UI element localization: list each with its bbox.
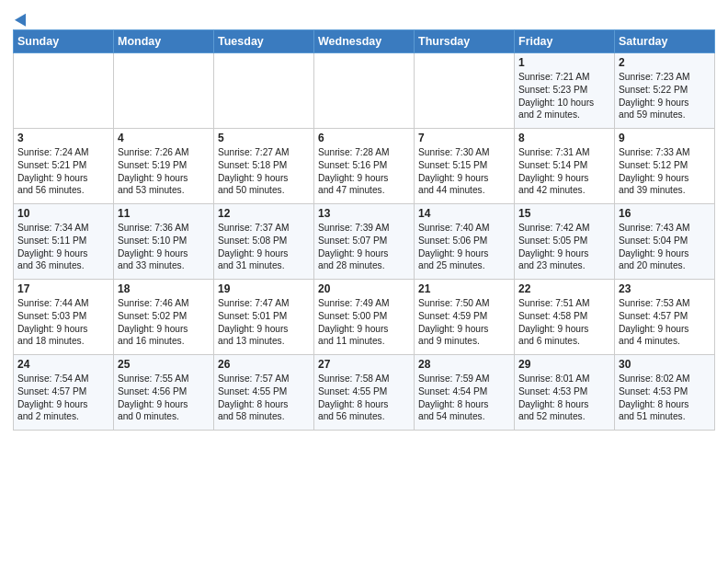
calendar-cell: 9Sunrise: 7:33 AM Sunset: 5:12 PM Daylig… [615,129,715,204]
calendar-cell: 7Sunrise: 7:30 AM Sunset: 5:15 PM Daylig… [415,129,515,204]
day-number: 4 [118,132,210,144]
day-info: Sunrise: 8:02 AM Sunset: 4:53 PM Dayligh… [619,373,711,423]
day-info: Sunrise: 7:30 AM Sunset: 5:15 PM Dayligh… [418,146,510,197]
day-number: 14 [418,207,510,220]
day-info: Sunrise: 7:47 AM Sunset: 5:01 PM Dayligh… [218,297,310,348]
calendar-cell: 2Sunrise: 7:23 AM Sunset: 5:22 PM Daylig… [615,53,715,129]
calendar-cell: 12Sunrise: 7:37 AM Sunset: 5:08 PM Dayli… [214,204,314,280]
day-number: 23 [619,282,711,295]
calendar-cell: 4Sunrise: 7:26 AM Sunset: 5:19 PM Daylig… [114,129,214,204]
day-info: Sunrise: 7:27 AM Sunset: 5:18 PM Dayligh… [218,146,310,197]
day-number: 29 [518,358,610,371]
day-number: 13 [318,207,410,220]
day-info: Sunrise: 7:46 AM Sunset: 5:02 PM Dayligh… [118,297,210,348]
calendar-cell: 22Sunrise: 7:51 AM Sunset: 4:58 PM Dayli… [515,280,615,355]
day-info: Sunrise: 7:28 AM Sunset: 5:16 PM Dayligh… [318,146,410,197]
day-number: 21 [418,282,510,295]
day-number: 2 [619,56,711,69]
day-number: 26 [218,358,310,371]
day-number: 27 [318,358,410,371]
day-number: 9 [619,132,711,144]
day-number: 12 [218,207,310,220]
calendar-cell: 29Sunrise: 8:01 AM Sunset: 4:53 PM Dayli… [515,355,615,431]
calendar-cell: 23Sunrise: 7:53 AM Sunset: 4:57 PM Dayli… [615,280,715,355]
calendar-header-wednesday: Wednesday [314,30,415,53]
calendar-header-friday: Friday [515,30,615,53]
calendar-cell [14,53,114,129]
calendar-cell: 20Sunrise: 7:49 AM Sunset: 5:00 PM Dayli… [314,280,415,355]
day-info: Sunrise: 7:58 AM Sunset: 4:55 PM Dayligh… [318,373,410,423]
day-number: 30 [619,358,711,371]
day-info: Sunrise: 7:43 AM Sunset: 5:04 PM Dayligh… [619,222,711,272]
calendar-header-row: SundayMondayTuesdayWednesdayThursdayFrid… [14,30,715,53]
calendar-cell: 6Sunrise: 7:28 AM Sunset: 5:16 PM Daylig… [314,129,415,204]
day-info: Sunrise: 7:34 AM Sunset: 5:11 PM Dayligh… [17,222,109,272]
day-info: Sunrise: 7:26 AM Sunset: 5:19 PM Dayligh… [118,146,210,197]
calendar-header-sunday: Sunday [14,30,114,53]
calendar-cell: 21Sunrise: 7:50 AM Sunset: 4:59 PM Dayli… [415,280,515,355]
day-number: 19 [218,282,310,295]
calendar-header-tuesday: Tuesday [214,30,314,53]
day-info: Sunrise: 7:59 AM Sunset: 4:54 PM Dayligh… [418,373,510,423]
calendar-table: SundayMondayTuesdayWednesdayThursdayFrid… [13,29,715,431]
day-info: Sunrise: 7:55 AM Sunset: 4:56 PM Dayligh… [118,373,210,423]
day-info: Sunrise: 7:36 AM Sunset: 5:10 PM Dayligh… [118,222,210,272]
day-info: Sunrise: 7:51 AM Sunset: 4:58 PM Dayligh… [518,297,610,348]
day-info: Sunrise: 7:50 AM Sunset: 4:59 PM Dayligh… [418,297,510,348]
calendar-cell [214,53,314,129]
day-number: 25 [118,358,210,371]
day-number: 7 [418,132,510,144]
day-number: 10 [17,207,109,220]
day-info: Sunrise: 7:31 AM Sunset: 5:14 PM Dayligh… [518,146,610,197]
day-info: Sunrise: 7:44 AM Sunset: 5:03 PM Dayligh… [17,297,109,348]
calendar-cell: 3Sunrise: 7:24 AM Sunset: 5:21 PM Daylig… [14,129,114,204]
day-number: 20 [318,282,410,295]
calendar-cell [415,53,515,129]
day-number: 24 [17,358,109,371]
calendar-cell: 16Sunrise: 7:43 AM Sunset: 5:04 PM Dayli… [615,204,715,280]
calendar-cell [114,53,214,129]
day-info: Sunrise: 7:42 AM Sunset: 5:05 PM Dayligh… [518,222,610,272]
calendar-cell: 24Sunrise: 7:54 AM Sunset: 4:57 PM Dayli… [14,355,114,431]
calendar-cell: 1Sunrise: 7:21 AM Sunset: 5:23 PM Daylig… [515,53,615,129]
calendar-cell: 10Sunrise: 7:34 AM Sunset: 5:11 PM Dayli… [14,204,114,280]
calendar-cell: 28Sunrise: 7:59 AM Sunset: 4:54 PM Dayli… [415,355,515,431]
calendar-cell [314,53,415,129]
calendar-week-row: 1Sunrise: 7:21 AM Sunset: 5:23 PM Daylig… [14,53,715,129]
day-number: 5 [218,132,310,144]
day-number: 3 [17,132,109,144]
day-number: 11 [118,207,210,220]
calendar-cell: 30Sunrise: 8:02 AM Sunset: 4:53 PM Dayli… [615,355,715,431]
header [13,9,715,24]
calendar-cell: 25Sunrise: 7:55 AM Sunset: 4:56 PM Dayli… [114,355,214,431]
day-info: Sunrise: 7:23 AM Sunset: 5:22 PM Dayligh… [619,71,711,121]
day-number: 6 [318,132,410,144]
calendar-cell: 8Sunrise: 7:31 AM Sunset: 5:14 PM Daylig… [515,129,615,204]
calendar-week-row: 17Sunrise: 7:44 AM Sunset: 5:03 PM Dayli… [14,280,715,355]
day-info: Sunrise: 7:54 AM Sunset: 4:57 PM Dayligh… [17,373,109,423]
calendar-week-row: 3Sunrise: 7:24 AM Sunset: 5:21 PM Daylig… [14,129,715,204]
day-number: 1 [518,56,610,69]
day-number: 8 [518,132,610,144]
calendar-header-saturday: Saturday [615,30,715,53]
page: SundayMondayTuesdayWednesdayThursdayFrid… [0,0,728,443]
day-number: 18 [118,282,210,295]
calendar-cell: 5Sunrise: 7:27 AM Sunset: 5:18 PM Daylig… [214,129,314,204]
day-info: Sunrise: 7:37 AM Sunset: 5:08 PM Dayligh… [218,222,310,272]
calendar-week-row: 24Sunrise: 7:54 AM Sunset: 4:57 PM Dayli… [14,355,715,431]
day-info: Sunrise: 7:53 AM Sunset: 4:57 PM Dayligh… [619,297,711,348]
calendar-cell: 27Sunrise: 7:58 AM Sunset: 4:55 PM Dayli… [314,355,415,431]
day-info: Sunrise: 7:49 AM Sunset: 5:00 PM Dayligh… [318,297,410,348]
calendar-header-monday: Monday [114,30,214,53]
day-info: Sunrise: 7:24 AM Sunset: 5:21 PM Dayligh… [17,146,109,197]
calendar-cell: 18Sunrise: 7:46 AM Sunset: 5:02 PM Dayli… [114,280,214,355]
day-info: Sunrise: 7:21 AM Sunset: 5:23 PM Dayligh… [518,71,610,121]
calendar-cell: 14Sunrise: 7:40 AM Sunset: 5:06 PM Dayli… [415,204,515,280]
day-number: 17 [17,282,109,295]
calendar-cell: 13Sunrise: 7:39 AM Sunset: 5:07 PM Dayli… [314,204,415,280]
day-number: 28 [418,358,510,371]
logo [13,9,29,24]
day-number: 16 [619,207,711,220]
day-info: Sunrise: 7:57 AM Sunset: 4:55 PM Dayligh… [218,373,310,423]
logo-triangle-icon [15,10,31,26]
